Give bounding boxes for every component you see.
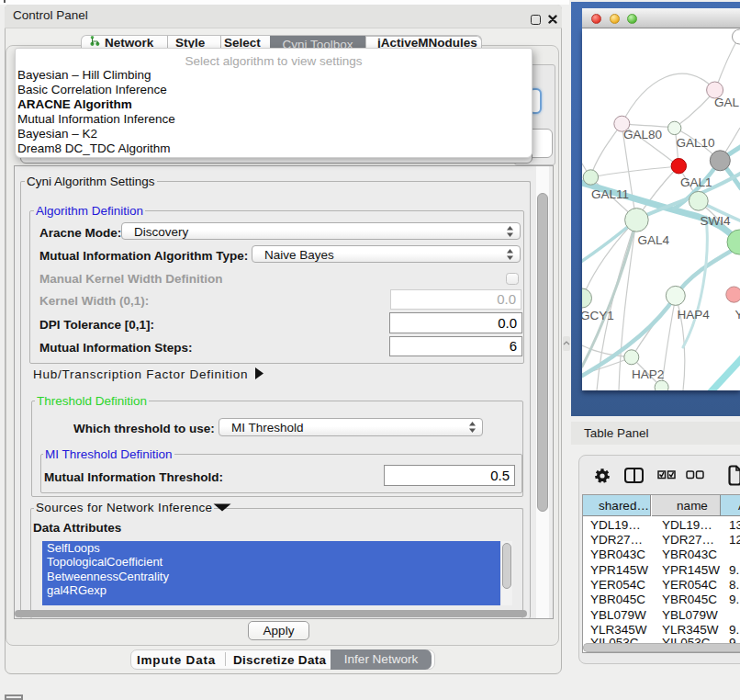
svg-text:GAL1: GAL1 — [680, 175, 712, 189]
svg-text:GAL4: GAL4 — [638, 233, 670, 247]
svg-text:GAL11: GAL11 — [591, 187, 629, 201]
svg-text:SWI4: SWI4 — [701, 214, 731, 228]
svg-text:HAP2: HAP2 — [632, 367, 664, 381]
svg-text:GAL10: GAL10 — [677, 136, 715, 150]
svg-text:GAL: GAL — [714, 96, 740, 109]
svg-text:GAL80: GAL80 — [623, 128, 662, 141]
svg-text:HAP4: HAP4 — [678, 308, 711, 322]
svg-text:GCY1: GCY1 — [582, 309, 614, 322]
svg-text:Y: Y — [735, 308, 740, 322]
